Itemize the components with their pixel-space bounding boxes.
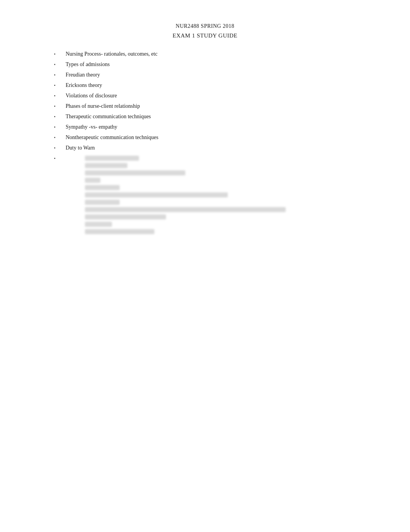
bullet-icon: ▪ bbox=[54, 93, 63, 99]
list-item: ▪ Therapeutic communication techniques bbox=[54, 112, 364, 121]
blurred-content bbox=[85, 156, 286, 236]
bullet-icon: ▪ bbox=[54, 155, 63, 161]
bullet-icon: ▪ bbox=[54, 124, 63, 130]
bullet-icon: ▪ bbox=[54, 145, 63, 151]
list-item-text: Nontherapeutic communication techniques bbox=[66, 133, 158, 141]
list-item-text: Types of admissions bbox=[66, 60, 110, 68]
list-item: ▪ Duty to Warn bbox=[54, 144, 364, 152]
list-item-text: Freudian theory bbox=[66, 71, 100, 79]
bullet-icon: ▪ bbox=[54, 51, 63, 57]
bullet-icon: ▪ bbox=[54, 103, 63, 109]
list-item: ▪ Nursing Process- rationales, outcomes,… bbox=[54, 50, 364, 58]
list-item: ▪ Sympathy -vs- empathy bbox=[54, 123, 364, 131]
bullet-icon: ▪ bbox=[54, 134, 63, 140]
list-item-text: Phases of nurse-client relationship bbox=[66, 102, 140, 110]
list-item: ▪ Ericksons theory bbox=[54, 81, 364, 89]
list-item: ▪ Violations of disclosure bbox=[54, 92, 364, 100]
list-item-text: Therapeutic communication techniques bbox=[66, 112, 151, 121]
list-item-text: Sympathy -vs- empathy bbox=[66, 123, 117, 131]
bullet-icon: ▪ bbox=[54, 114, 63, 119]
list-item-text: Duty to Warn bbox=[66, 144, 95, 152]
bullet-icon: ▪ bbox=[54, 82, 63, 88]
list-item-text: Nursing Process- rationales, outcomes, e… bbox=[66, 50, 158, 58]
list-item-text: Violations of disclosure bbox=[66, 92, 117, 100]
study-guide-list: ▪ Nursing Process- rationales, outcomes,… bbox=[54, 50, 364, 236]
bullet-icon: ▪ bbox=[54, 61, 63, 67]
list-item: ▪ Types of admissions bbox=[54, 60, 364, 68]
page-title: NUR2488 SPRING 2018 bbox=[46, 23, 364, 29]
bullet-icon: ▪ bbox=[54, 72, 63, 78]
list-item: ▪ Nontherapeutic communication technique… bbox=[54, 133, 364, 141]
list-item: ▪ Phases of nurse-client relationship bbox=[54, 102, 364, 110]
page-subtitle: EXAM 1 STUDY GUIDE bbox=[46, 32, 364, 39]
list-item-blurred: ▪ bbox=[54, 154, 364, 236]
list-item-text: Ericksons theory bbox=[66, 81, 102, 89]
list-item: ▪ Freudian theory bbox=[54, 71, 364, 79]
